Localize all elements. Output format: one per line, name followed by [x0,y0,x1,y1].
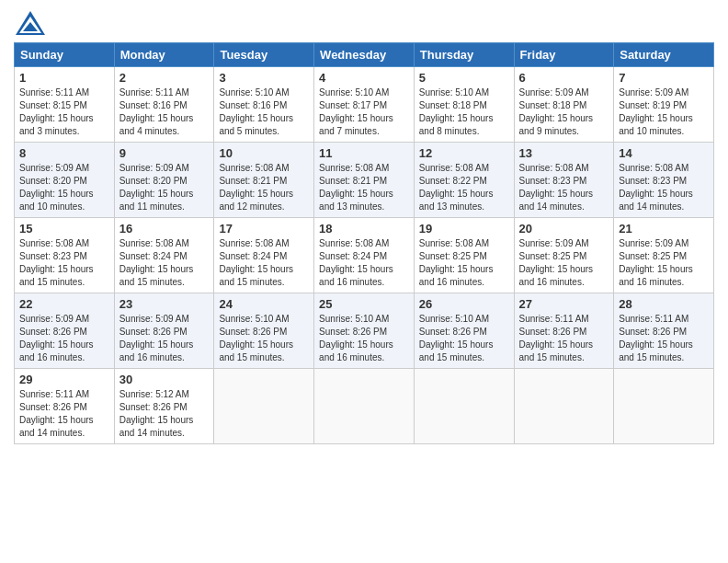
calendar-table: SundayMondayTuesdayWednesdayThursdayFrid… [14,42,714,444]
day-info: Sunrise: 5:08 AMSunset: 8:24 PMDaylight:… [219,237,309,289]
calendar-cell: 9Sunrise: 5:09 AMSunset: 8:20 PMDaylight… [114,143,214,218]
weekday-header-wednesday: Wednesday [314,43,415,67]
day-number: 24 [219,297,309,311]
day-number: 26 [419,297,509,311]
calendar-cell: 11Sunrise: 5:08 AMSunset: 8:21 PMDayligh… [314,143,415,218]
calendar-cell: 26Sunrise: 5:10 AMSunset: 8:26 PMDayligh… [414,293,514,369]
day-number: 7 [619,71,709,85]
calendar-cell: 6Sunrise: 5:09 AMSunset: 8:18 PMDaylight… [514,67,614,143]
calendar-cell: 10Sunrise: 5:08 AMSunset: 8:21 PMDayligh… [214,143,314,218]
day-info: Sunrise: 5:08 AMSunset: 8:21 PMDaylight:… [219,162,309,213]
day-number: 10 [219,146,309,160]
day-info: Sunrise: 5:09 AMSunset: 8:20 PMDaylight:… [119,162,210,213]
calendar-cell: 13Sunrise: 5:08 AMSunset: 8:23 PMDayligh… [514,143,614,218]
day-info: Sunrise: 5:11 AMSunset: 8:26 PMDaylight:… [19,388,109,440]
day-number: 20 [519,222,609,236]
weekday-header-friday: Friday [514,43,614,67]
calendar-cell: 24Sunrise: 5:10 AMSunset: 8:26 PMDayligh… [214,293,314,369]
calendar-cell: 2Sunrise: 5:11 AMSunset: 8:16 PMDaylight… [114,67,214,143]
calendar-cell: 3Sunrise: 5:10 AMSunset: 8:16 PMDaylight… [214,67,314,143]
day-number: 14 [619,146,709,160]
day-info: Sunrise: 5:10 AMSunset: 8:26 PMDaylight:… [219,313,309,364]
calendar-cell: 19Sunrise: 5:08 AMSunset: 8:25 PMDayligh… [414,218,514,293]
day-info: Sunrise: 5:09 AMSunset: 8:20 PMDaylight:… [19,162,109,213]
day-number: 17 [219,222,309,236]
day-info: Sunrise: 5:12 AMSunset: 8:26 PMDaylight:… [119,388,210,440]
day-info: Sunrise: 5:11 AMSunset: 8:15 PMDaylight:… [19,86,109,138]
day-number: 4 [319,71,409,85]
calendar-cell: 1Sunrise: 5:11 AMSunset: 8:15 PMDaylight… [15,67,115,143]
day-number: 30 [119,373,210,386]
day-number: 5 [419,71,509,85]
weekday-header-thursday: Thursday [414,43,514,67]
calendar-cell: 14Sunrise: 5:08 AMSunset: 8:23 PMDayligh… [614,143,714,218]
weekday-header-saturday: Saturday [614,43,714,67]
calendar-cell: 30Sunrise: 5:12 AMSunset: 8:26 PMDayligh… [114,369,214,444]
day-number: 12 [419,146,509,160]
calendar-cell: 16Sunrise: 5:08 AMSunset: 8:24 PMDayligh… [114,218,214,293]
calendar-week-row: 8Sunrise: 5:09 AMSunset: 8:20 PMDaylight… [15,143,714,218]
day-info: Sunrise: 5:10 AMSunset: 8:18 PMDaylight:… [419,86,509,138]
day-number: 27 [519,297,609,311]
day-info: Sunrise: 5:08 AMSunset: 8:25 PMDaylight:… [419,237,509,289]
day-number: 13 [519,146,609,160]
day-number: 1 [19,71,109,85]
day-info: Sunrise: 5:11 AMSunset: 8:26 PMDaylight:… [519,313,609,364]
day-info: Sunrise: 5:08 AMSunset: 8:21 PMDaylight:… [319,162,409,213]
calendar-cell: 7Sunrise: 5:09 AMSunset: 8:19 PMDaylight… [614,67,714,143]
day-number: 16 [119,222,210,236]
day-info: Sunrise: 5:10 AMSunset: 8:16 PMDaylight:… [219,86,309,138]
day-info: Sunrise: 5:08 AMSunset: 8:24 PMDaylight:… [319,237,409,289]
day-info: Sunrise: 5:11 AMSunset: 8:16 PMDaylight:… [119,86,210,138]
calendar-week-row: 15Sunrise: 5:08 AMSunset: 8:23 PMDayligh… [15,218,714,293]
weekday-header-sunday: Sunday [15,43,115,67]
weekday-header-tuesday: Tuesday [214,43,314,67]
calendar-cell [514,369,614,444]
calendar-cell [414,369,514,444]
day-number: 6 [519,71,609,85]
day-info: Sunrise: 5:09 AMSunset: 8:25 PMDaylight:… [519,237,609,289]
day-info: Sunrise: 5:08 AMSunset: 8:23 PMDaylight:… [19,237,109,289]
calendar-week-row: 22Sunrise: 5:09 AMSunset: 8:26 PMDayligh… [15,293,714,369]
calendar-cell: 18Sunrise: 5:08 AMSunset: 8:24 PMDayligh… [314,218,415,293]
day-number: 15 [19,222,109,236]
day-info: Sunrise: 5:11 AMSunset: 8:26 PMDaylight:… [619,313,709,364]
calendar-week-row: 1Sunrise: 5:11 AMSunset: 8:15 PMDaylight… [15,67,714,143]
day-number: 8 [19,146,109,160]
day-info: Sunrise: 5:10 AMSunset: 8:26 PMDaylight:… [419,313,509,364]
day-info: Sunrise: 5:08 AMSunset: 8:23 PMDaylight:… [519,162,609,213]
calendar-week-row: 29Sunrise: 5:11 AMSunset: 8:26 PMDayligh… [15,369,714,444]
calendar-cell: 21Sunrise: 5:09 AMSunset: 8:25 PMDayligh… [614,218,714,293]
day-info: Sunrise: 5:09 AMSunset: 8:19 PMDaylight:… [619,86,709,138]
calendar-cell: 8Sunrise: 5:09 AMSunset: 8:20 PMDaylight… [15,143,115,218]
day-info: Sunrise: 5:09 AMSunset: 8:25 PMDaylight:… [619,237,709,289]
day-info: Sunrise: 5:08 AMSunset: 8:24 PMDaylight:… [119,237,210,289]
day-info: Sunrise: 5:10 AMSunset: 8:26 PMDaylight:… [319,313,409,364]
day-number: 9 [119,146,210,160]
day-number: 23 [119,297,210,311]
day-number: 19 [419,222,509,236]
calendar-cell: 23Sunrise: 5:09 AMSunset: 8:26 PMDayligh… [114,293,214,369]
calendar-cell [614,369,714,444]
logo [14,9,47,37]
day-number: 18 [319,222,409,236]
calendar-cell: 12Sunrise: 5:08 AMSunset: 8:22 PMDayligh… [414,143,514,218]
day-number: 3 [219,71,309,85]
calendar-cell: 29Sunrise: 5:11 AMSunset: 8:26 PMDayligh… [15,369,115,444]
day-info: Sunrise: 5:08 AMSunset: 8:23 PMDaylight:… [619,162,709,213]
calendar-cell: 25Sunrise: 5:10 AMSunset: 8:26 PMDayligh… [314,293,415,369]
calendar-cell [214,369,314,444]
generalblue-icon [14,9,47,37]
day-info: Sunrise: 5:09 AMSunset: 8:26 PMDaylight:… [19,313,109,364]
calendar-cell: 20Sunrise: 5:09 AMSunset: 8:25 PMDayligh… [514,218,614,293]
day-info: Sunrise: 5:10 AMSunset: 8:17 PMDaylight:… [319,86,409,138]
day-info: Sunrise: 5:08 AMSunset: 8:22 PMDaylight:… [419,162,509,213]
day-info: Sunrise: 5:09 AMSunset: 8:26 PMDaylight:… [119,313,210,364]
calendar-cell: 27Sunrise: 5:11 AMSunset: 8:26 PMDayligh… [514,293,614,369]
weekday-header-monday: Monday [114,43,214,67]
calendar-cell: 28Sunrise: 5:11 AMSunset: 8:26 PMDayligh… [614,293,714,369]
day-number: 28 [619,297,709,311]
day-info: Sunrise: 5:09 AMSunset: 8:18 PMDaylight:… [519,86,609,138]
calendar-cell: 5Sunrise: 5:10 AMSunset: 8:18 PMDaylight… [414,67,514,143]
day-number: 2 [119,71,210,85]
